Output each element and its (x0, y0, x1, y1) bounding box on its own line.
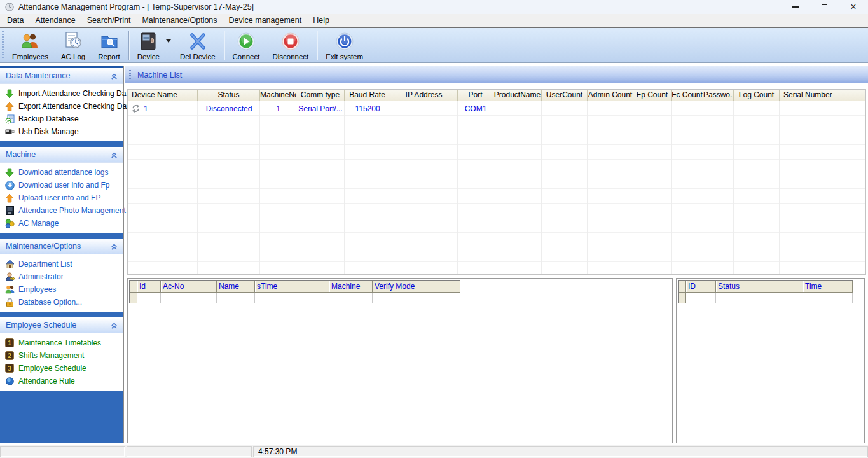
section-header-employee-schedule[interactable]: Employee Schedule (0, 317, 123, 333)
column-header-name[interactable]: Name (217, 281, 255, 293)
delete-x-icon (188, 31, 207, 52)
column-header-fc-count[interactable]: Fc Count (672, 90, 703, 101)
column-header-log-count[interactable]: Log Count (734, 90, 780, 101)
port-value: COM1 (458, 104, 493, 113)
column-header-comm-type[interactable]: Comm type (296, 90, 345, 101)
panel-title: Machine List (137, 71, 182, 80)
section-title: Maintenance/Options (6, 242, 81, 251)
sidebar-item-attendance-photo[interactable]: Attendance Photo Management (0, 204, 123, 217)
column-header-product-name[interactable]: ProductName (493, 90, 542, 101)
row-selector-header (130, 281, 137, 293)
ac-log-toolbar-button[interactable]: AC Log (55, 28, 92, 62)
section-header-data-maintenance[interactable]: Data Maintenance (0, 68, 123, 84)
comm-type-value: Serial Port/... (296, 104, 345, 113)
exit-system-toolbar-button[interactable]: Exit system (319, 28, 369, 62)
sidebar-item-label: Import Attendance Checking Data (18, 89, 132, 98)
column-header-serial-number[interactable]: Serial Number (780, 90, 865, 101)
sidebar-item-department-list[interactable]: Department List (0, 258, 123, 270)
column-header-verify-mode[interactable]: Verify Mode (373, 281, 460, 293)
clock-time: 4:57:30 PM (258, 447, 297, 456)
sidebar-item-export-attendance[interactable]: Export Attendance Checking Data (0, 100, 123, 113)
sidebar-item-ac-manage[interactable]: AC Manage (0, 217, 123, 230)
toolbar-button-label: Report (98, 53, 120, 60)
sidebar-item-usb-disk-manage[interactable]: Usb Disk Manage (0, 125, 123, 138)
column-header-status[interactable]: Status (198, 90, 260, 101)
toolbar-button-label: Exit system (326, 53, 363, 60)
chevron-double-up-icon[interactable] (110, 151, 118, 159)
sidebar-item-label: Employees (18, 285, 56, 294)
toolbar-separator (128, 31, 129, 60)
sidebar-item-maintenance-timetables[interactable]: 1 Maintenance Timetables (0, 337, 123, 349)
connect-play-icon (237, 31, 256, 52)
window-title: Attendance Management Program - [ Temp-S… (18, 3, 254, 11)
column-header-machine[interactable]: Machine (329, 281, 373, 293)
status-bar: 4:57:30 PM (0, 445, 868, 458)
sidebar-item-administrator[interactable]: Administrator (0, 270, 123, 283)
column-header-password[interactable]: Passwo... (703, 90, 734, 101)
report-toolbar-button[interactable]: Report (92, 28, 127, 62)
column-header-fp-count[interactable]: Fp Count (633, 90, 672, 101)
section-title: Employee Schedule (6, 321, 76, 330)
sidebar-item-attendance-rule[interactable]: Attendance Rule (0, 375, 123, 387)
column-header-machine-no[interactable]: MachineNo. (260, 90, 296, 101)
connect-toolbar-button[interactable]: Connect (226, 28, 266, 62)
toolbar: Employees AC Log (0, 27, 868, 63)
column-header-port[interactable]: Port (458, 90, 493, 101)
disconnect-toolbar-button[interactable]: Disconnect (266, 28, 315, 62)
sidebar-section-employee-schedule: Employee Schedule 1 Maintenance Timetabl… (0, 317, 123, 391)
device-dropdown-button[interactable] (166, 28, 174, 62)
column-header-ac-no[interactable]: Ac-No (161, 281, 217, 293)
sidebar-item-download-user-info[interactable]: Download user info and Fp (0, 179, 123, 191)
chevron-down-icon (166, 39, 171, 43)
minimize-button[interactable] (780, 0, 809, 14)
ac-log-icon (64, 31, 83, 52)
sidebar-item-import-attendance[interactable]: Import Attendance Checking Data (0, 87, 123, 100)
column-header-user-count[interactable]: UserCount (542, 90, 588, 101)
row-selector-header (679, 281, 686, 293)
section-header-maintenance-options[interactable]: Maintenance/Options (0, 239, 123, 254)
chevron-double-up-icon[interactable] (110, 321, 118, 330)
column-header-admin-count[interactable]: Admin Count (588, 90, 633, 101)
status-value: Disconnected (198, 104, 260, 113)
sidebar-item-download-logs[interactable]: Download attendance logs (0, 166, 123, 179)
padlock-icon (4, 297, 15, 307)
menu-help[interactable]: Help (307, 14, 335, 27)
column-header-device-name[interactable]: Device Name (128, 90, 198, 101)
column-header-time[interactable]: Time (803, 281, 853, 293)
employees-toolbar-button[interactable]: Employees (6, 28, 55, 62)
restore-button[interactable] (809, 0, 839, 14)
empty-grid-row[interactable] (130, 293, 460, 303)
menu-bar: Data Attendance Search/Print Maintenance… (0, 14, 868, 27)
section-header-machine[interactable]: Machine (0, 147, 123, 163)
column-header-stime[interactable]: sTime (255, 281, 329, 293)
menu-device-management[interactable]: Device management (223, 14, 308, 27)
chevron-double-up-icon[interactable] (110, 242, 118, 251)
column-header-status[interactable]: Status (716, 281, 803, 293)
column-header-ip-address[interactable]: IP Address (390, 90, 458, 101)
sidebar-item-employee-schedule[interactable]: 3 Employee Schedule (0, 362, 123, 375)
menu-maintenance-options[interactable]: Maintenance/Options (136, 14, 223, 27)
menu-search-print[interactable]: Search/Print (81, 14, 137, 27)
sidebar-item-database-option[interactable]: Database Option... (0, 296, 123, 309)
exit-power-icon (335, 31, 354, 52)
sidebar-item-shifts-management[interactable]: 2 Shifts Management (0, 349, 123, 362)
sidebar-item-backup-database[interactable]: Backup Database (0, 113, 123, 125)
toolbar-grip[interactable] (2, 31, 4, 59)
del-device-toolbar-button[interactable]: Del Device (174, 28, 222, 62)
menu-data[interactable]: Data (1, 14, 29, 27)
panel-grip[interactable] (129, 70, 131, 80)
close-button[interactable]: × (839, 0, 868, 14)
report-folder-icon (100, 31, 119, 52)
device-table-row[interactable]: 1 Disconnected 1 Serial Port/... 115200 … (128, 101, 865, 116)
menu-attendance[interactable]: Attendance (29, 14, 81, 27)
device-toolbar-button[interactable]: Device (131, 28, 166, 62)
sidebar-separator (0, 312, 123, 317)
sidebar-item-employees[interactable]: Employees (0, 283, 123, 296)
chevron-double-up-icon[interactable] (110, 72, 118, 80)
clock-icon (5, 3, 14, 11)
column-header-id[interactable]: ID (686, 281, 716, 293)
column-header-baud-rate[interactable]: Baud Rate (345, 90, 390, 101)
sidebar-item-upload-user-info[interactable]: Upload user info and FP (0, 191, 123, 204)
column-header-id[interactable]: Id (137, 281, 161, 293)
empty-grid-row[interactable] (679, 293, 853, 303)
